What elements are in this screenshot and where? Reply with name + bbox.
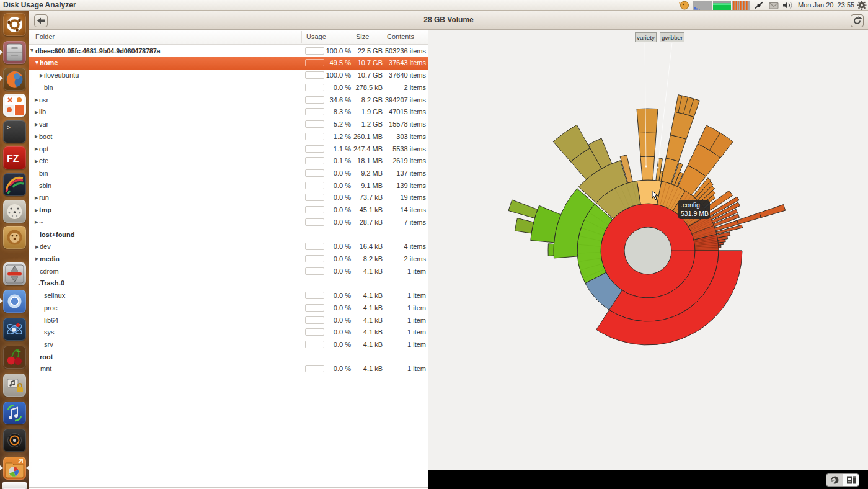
- svg-text:FZ: FZ: [7, 153, 19, 164]
- svg-text:>_: >_: [7, 125, 15, 132]
